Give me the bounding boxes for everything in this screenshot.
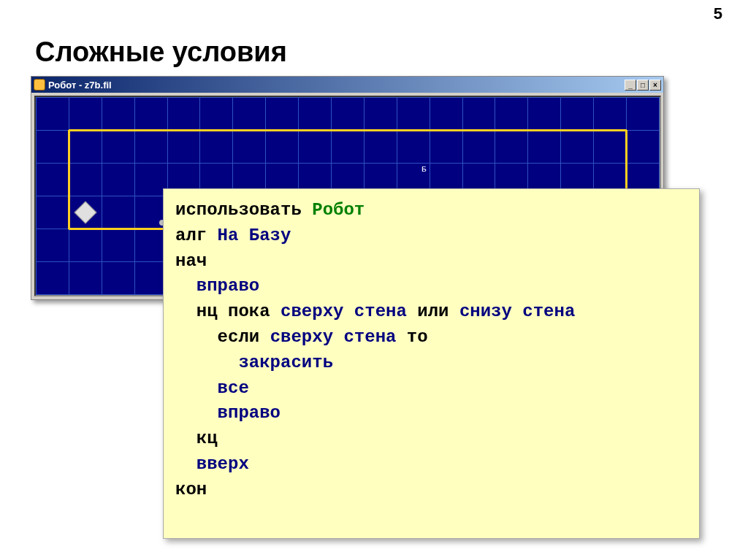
code-line: закрасить xyxy=(175,350,687,376)
window-title: Робот - z7b.fil xyxy=(48,80,112,91)
code-line: кц xyxy=(175,426,687,452)
code-line: алг На Базу xyxy=(175,223,687,249)
code-line: вверх xyxy=(175,452,687,477)
robot-marker xyxy=(75,201,97,223)
page-number: 5 xyxy=(714,4,722,23)
code-line: если сверху стена то xyxy=(175,325,687,350)
slide-title: Сложные условия xyxy=(35,37,287,68)
maximize-button[interactable]: □ xyxy=(637,80,649,91)
robot-icon xyxy=(34,79,45,91)
code-line: кон xyxy=(175,477,687,503)
base-marker: Б xyxy=(421,165,427,174)
code-line: вправо xyxy=(175,401,687,426)
code-line: вправо xyxy=(175,274,687,299)
code-line: все xyxy=(175,376,687,402)
close-button[interactable]: × xyxy=(649,80,661,91)
minimize-button[interactable]: _ xyxy=(625,80,636,91)
code-line: нц пока сверху стена или снизу стена xyxy=(175,299,687,325)
title-bar: Робот - z7b.fil _ □ × xyxy=(31,77,663,93)
code-line: нач xyxy=(175,249,687,275)
code-line: использовать Робот xyxy=(175,198,687,223)
code-block: использовать Робот алг На Базу нач вправ… xyxy=(163,188,700,539)
